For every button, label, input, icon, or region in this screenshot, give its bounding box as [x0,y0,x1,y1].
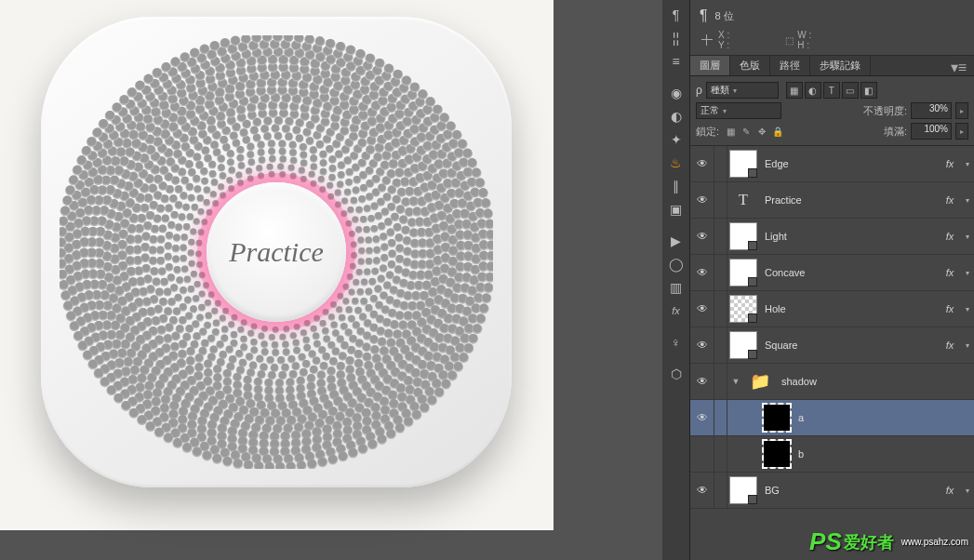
layer-row[interactable]: 👁a [690,400,974,436]
opacity-input[interactable]: 30% [911,102,952,119]
layer-name-label[interactable]: Square [759,340,939,351]
layer-kind-dropdown[interactable]: 種類 [706,82,779,99]
blend-mode-dropdown[interactable]: 正常 [696,102,781,119]
opacity-flyout-button[interactable]: ▸ [955,102,968,119]
layer-row[interactable]: 👁Holefx▾ [690,291,974,327]
svg-point-3247 [458,140,466,148]
tab-layers[interactable]: 圖層 [690,56,730,75]
svg-point-781 [289,370,297,378]
svg-point-1075 [317,379,326,387]
filter-text-icon[interactable]: T [823,82,840,99]
fx-indicator[interactable]: fx [939,194,961,206]
document-canvas[interactable]: Practice [0,0,554,530]
brushes-tool-icon[interactable]: ¦¦ [664,27,688,49]
fx-indicator[interactable]: fx [939,485,961,496]
layer-name-label[interactable]: Edge [759,158,939,169]
tab-paths[interactable]: 路徑 [770,56,810,75]
layer-row[interactable]: 👁BGfx▾ [690,473,974,509]
filter-adjust-icon[interactable]: ◐ [805,82,821,99]
visibility-toggle[interactable]: 👁 [690,219,714,254]
fx-expand-icon[interactable]: ▾ [961,341,974,350]
svg-point-487 [381,254,388,260]
svg-point-1105 [171,342,180,351]
lock-all-icon[interactable]: 🔒 [770,124,785,139]
svg-point-261 [364,268,370,274]
filter-pixel-icon[interactable]: ▦ [786,82,803,99]
layer-row[interactable]: 👁TPracticefx▾ [690,182,974,219]
svg-point-1779 [287,416,296,424]
circle-tool-icon[interactable]: ◯ [664,253,688,275]
fx-tool-icon[interactable]: fx [664,300,688,322]
folder-toggle-icon[interactable]: ▼ [727,364,744,399]
visibility-toggle[interactable]: 👁 [690,327,714,363]
histogram-tool-icon[interactable]: ▥ [664,276,688,299]
visibility-toggle[interactable]: 👁 [690,182,714,218]
svg-point-2847 [242,452,250,460]
cube-tool-icon[interactable]: ⬡ [664,363,688,385]
layer-name-label[interactable]: a [793,412,974,423]
layer-row[interactable]: 👁Lightfx▾ [690,219,974,255]
visibility-toggle[interactable]: 👁 [690,473,714,508]
svg-point-225 [248,159,255,166]
visibility-toggle[interactable]: 👁 [690,291,714,327]
layer-row[interactable]: b [690,436,974,473]
fill-flyout-button[interactable]: ▸ [955,123,968,140]
layer-name-label[interactable]: shadow [776,376,974,387]
layers-list[interactable]: 👁Edgefx▾👁TPracticefx▾👁Lightfx▾👁Concavefx… [690,146,974,560]
flame-tool-icon[interactable]: ♨ [664,152,688,174]
svg-point-91 [220,315,225,321]
lock-pixels-icon[interactable]: ✎ [739,124,754,139]
svg-point-295 [221,326,228,332]
swatches-tool-icon[interactable]: ≡ [664,50,688,73]
fx-indicator[interactable]: fx [939,231,961,242]
visibility-toggle[interactable] [690,436,714,472]
svg-point-1287 [126,256,134,264]
fx-expand-icon[interactable]: ▾ [961,487,974,495]
lock-transparency-icon[interactable]: ▦ [723,124,738,139]
filter-shape-icon[interactable]: ▭ [842,82,859,99]
visibility-toggle[interactable]: 👁 [690,255,714,290]
library-tool-icon[interactable]: ▣ [664,198,688,220]
fx-expand-icon[interactable]: ▾ [961,196,974,205]
fx-indicator[interactable]: fx [939,267,961,278]
layer-name-label[interactable]: Hole [759,303,939,314]
play-tool-icon[interactable]: ▶ [664,230,688,252]
fx-expand-icon[interactable]: ▾ [961,269,974,277]
fill-input[interactable]: 100% [911,123,952,140]
svg-point-3189 [191,48,199,57]
svg-point-2149 [418,360,426,368]
wand-tool-icon[interactable]: ✦ [664,128,688,151]
filter-smart-icon[interactable]: ◧ [861,82,877,99]
visibility-toggle[interactable]: 👁 [690,364,714,399]
fx-indicator[interactable]: fx [939,340,961,351]
visibility-toggle[interactable]: 👁 [690,146,714,181]
center-button: Practice [207,182,346,322]
layer-row[interactable]: 👁Concavefx▾ [690,255,974,291]
layer-name-label[interactable]: Practice [759,194,939,206]
fx-expand-icon[interactable]: ▾ [961,233,974,241]
fx-indicator[interactable]: fx [939,303,961,314]
svg-point-69 [343,284,349,289]
tab-history[interactable]: 步驟記錄 [810,56,871,75]
adjust-tool-icon[interactable]: ◐ [664,105,688,127]
fx-expand-icon[interactable]: ▾ [961,160,974,168]
lines-tool-icon[interactable]: ∥ [664,175,688,197]
lock-position-icon[interactable]: ✥ [754,124,769,139]
layer-name-label[interactable]: b [793,448,974,460]
bulb-tool-icon[interactable]: ♀ [664,331,688,353]
panel-menu-icon[interactable]: ▾≡ [943,56,974,75]
svg-point-397 [273,349,279,355]
layer-name-label[interactable]: Concave [759,267,939,278]
layer-row[interactable]: 👁Squarefx▾ [690,327,974,364]
color-tool-icon[interactable]: ◉ [664,82,688,104]
fx-expand-icon[interactable]: ▾ [961,305,974,313]
svg-point-1097 [204,368,212,377]
fx-indicator[interactable]: fx [939,158,961,169]
layer-name-label[interactable]: Light [759,231,939,242]
layer-name-label[interactable]: BG [759,485,939,496]
layer-row[interactable]: 👁▼📁shadow [690,364,974,400]
layer-row[interactable]: 👁Edgefx▾ [690,146,974,182]
tab-channels[interactable]: 色版 [730,56,770,75]
paragraph-tool-icon[interactable]: ¶ [664,4,688,26]
visibility-toggle[interactable]: 👁 [690,400,714,435]
